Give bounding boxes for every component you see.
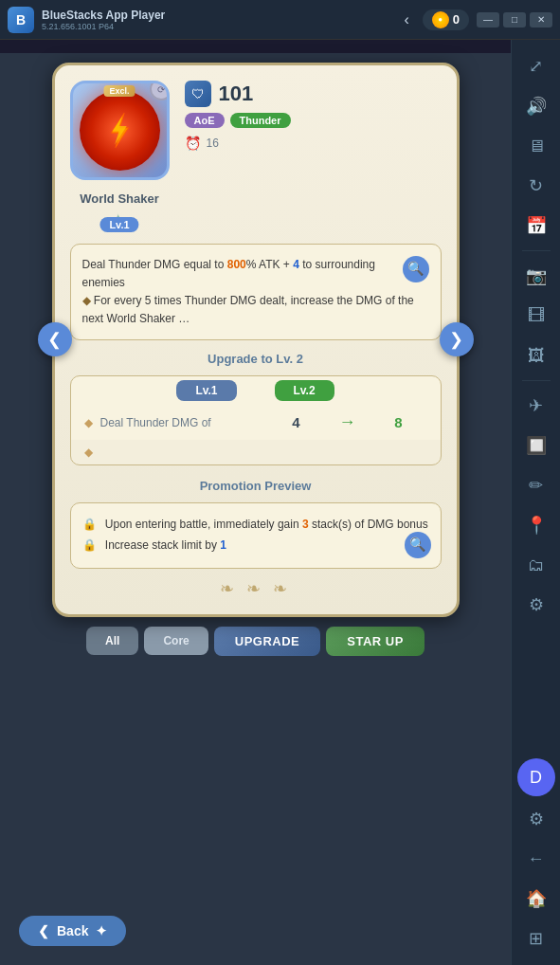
sidebar-menu-icon[interactable]: ⚙ [519,588,553,622]
sidebar-rotate-icon[interactable]: ↻ [519,169,553,203]
next-level-badge: Lv.2 [275,380,334,401]
upgrade-row-label: Deal Thunder DMG of [100,416,264,429]
nav-next-button[interactable]: ❯ [440,322,474,356]
coin-area: ● 0 [423,9,469,30]
sidebar-pin-icon[interactable]: 📍 [519,508,553,542]
discord-button[interactable]: D [517,758,555,796]
right-sidebar: ⤢ 🔊 🖥 ↻ 📅 📷 🎞 🖼 ✈ 🔲 ✏ 📍 🗂 ⚙ D ⚙ ← 🏠 ⊞ [511,40,560,965]
upgrade-val-current: 4 [268,414,325,430]
minimize-button[interactable]: — [477,12,499,27]
character-icon [99,109,141,152]
cast-info: ⏰ 16 [185,136,442,151]
window-controls[interactable]: — □ ✕ [477,12,552,27]
promo-text-1-suffix: stack(s) of DMG bonus [309,518,428,531]
sidebar-divider-2 [522,380,551,381]
sync-icon: ⟳ [150,81,170,100]
sidebar-screen-icon[interactable]: 🖥 [519,129,553,163]
sidebar-edit-icon[interactable]: ✏ [519,468,553,502]
upgrade-val-next: 8 [370,414,427,430]
maximize-button[interactable]: □ [503,12,526,27]
skill-icon: 🛡 [185,81,211,107]
app-title: BlueStacks App Player [42,9,390,22]
desc-highlight-4: 4 [293,258,299,271]
sidebar-screenshot-icon[interactable]: 📷 [519,259,553,293]
tab-upgrade-button[interactable]: UPGRADE [214,627,321,656]
main-area: ❮ ❯ Excl. ⟳ [0,53,511,965]
skill-level: 101 [219,82,254,106]
promo-lock-icon-1: 🔒 [82,518,97,531]
promotion-box: 🔍 🔒 Upon entering battle, immediately ga… [70,502,442,568]
upgrade-table: Lv.1 Lv.2 ◆ Deal Thunder DMG of 4 → 8 ◆ [70,375,442,465]
tag-aoe: AoE [185,113,225,128]
promo-text-1-prefix: Upon entering battle, immediately gain [105,518,302,531]
back-button[interactable]: ❮ Back ✦ [19,916,126,946]
character-level-badge: Lv.1 [99,217,138,232]
app-title-block: BlueStacks App Player 5.21.656.1001 P64 [42,9,390,31]
skill-card: ❮ ❯ Excl. ⟳ [52,63,460,617]
promotion-magnify-button[interactable]: 🔍 [405,532,431,558]
tag-thunder: Thunder [230,113,291,128]
description-magnify-button[interactable]: 🔍 [403,256,429,282]
sidebar-home-icon[interactable]: 🏠 [519,882,553,916]
sidebar-location-icon[interactable]: ✈ [519,389,553,423]
app-version: 5.21.656.1001 P64 [42,22,390,31]
card-decoration: ❧ ❧ ❧ [70,578,442,599]
portrait-background: Excl. ⟳ [70,81,170,180]
cast-icon: ⏰ [185,136,201,151]
sidebar-apps-icon[interactable]: ⊞ [519,921,553,956]
title-bar: B BlueStacks App Player 5.21.656.1001 P6… [0,0,560,40]
upgrade-row-1: ◆ Deal Thunder DMG of 4 → 8 [71,405,441,440]
close-button[interactable]: ✕ [530,12,552,27]
promotion-section-title: Promotion Preview [70,479,442,493]
upgrade-section-title: Upgrade to Lv. 2 [70,352,442,366]
sidebar-screen2-icon[interactable]: 🔲 [519,428,553,463]
sidebar-back-icon[interactable]: ← [519,842,553,876]
desc-highlight-800: 800 [227,258,246,271]
bottom-tabs[interactable]: All Core UPGRADE STAR UP [52,627,460,656]
sidebar-record-icon[interactable]: 🎞 [519,299,553,333]
sidebar-expand-icon[interactable]: ⤢ [519,49,553,83]
promo-line-1: 🔒 Upon entering battle, immediately gain… [82,515,429,536]
tab-all-button[interactable]: All [86,627,138,655]
back-sparkle-icon: ✦ [96,923,107,938]
coin-icon: ● [432,11,449,28]
character-name: World Shaker [70,191,170,207]
desc-sub-text-visible: For every 5 times Thunder DMG dealt, inc… [82,294,414,325]
promo-lock-icon-2: 🔒 [82,538,97,552]
excl-badge: Excl. [103,85,135,97]
skill-tags: AoE Thunder [185,113,442,128]
window-back-button[interactable]: ‹ [398,11,414,28]
promo-text-2-prefix: Increase stack limit by [105,538,220,552]
skill-description: 🔍 Deal Thunder DMG equal to 800% ATK + 4… [70,244,442,341]
upgrade-row-2: ◆ [71,440,441,464]
sidebar-image-icon[interactable]: 🖼 [519,338,553,373]
desc-text-middle: % ATK + [246,258,293,271]
desc-bullet: ◆ [82,294,94,307]
back-arrow-icon: ❮ [38,923,49,938]
sidebar-divider-1 [522,250,551,251]
desc-text-prefix: Deal Thunder DMG equal to [82,258,227,271]
promo-line-2: 🔒 Increase stack limit by 1 [82,536,429,556]
sidebar-layers-icon[interactable]: 🗂 [519,548,553,582]
promo-highlight-1: 1 [220,538,226,552]
sidebar-volume-icon[interactable]: 🔊 [519,89,553,123]
upgrade-bullet: ◆ [84,416,93,429]
promo-highlight-3: 3 [302,518,309,531]
coin-count: 0 [453,12,460,27]
tab-core-button[interactable]: Core [144,627,208,655]
current-level-badge: Lv.1 [176,380,236,401]
portrait-inner [80,90,160,171]
upgrade-bullet-2: ◆ [84,446,93,459]
sidebar-settings-icon[interactable]: ⚙ [519,802,553,836]
cast-cost: 16 [207,137,219,150]
back-label: Back [57,923,88,938]
upgrade-arrow-icon: → [329,412,367,432]
tab-starup-button[interactable]: STAR UP [326,627,425,656]
skill-header: 🛡 101 [185,81,442,107]
character-portrait: Excl. ⟳ Lv.1 World Shaker ✦ [70,81,170,228]
nav-prev-button[interactable]: ❮ [38,322,72,356]
sidebar-calendar-icon[interactable]: 📅 [519,209,553,243]
app-logo: B [8,7,34,33]
upgrade-table-header: Lv.1 Lv.2 [71,376,441,405]
skill-info: 🛡 101 AoE Thunder ⏰ 16 [185,81,442,151]
